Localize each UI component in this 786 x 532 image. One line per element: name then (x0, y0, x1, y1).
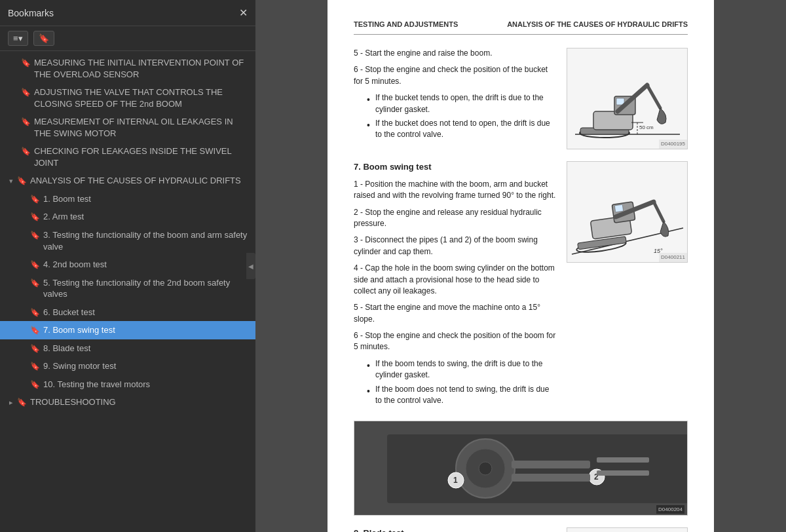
blade-text: 8. Blade test 1 - Position the machine w… (354, 527, 557, 532)
bookmark-label: MEASURING THE INITIAL INTERVENTION POINT… (34, 57, 249, 80)
bullet-icon: • (367, 359, 370, 372)
boom-swing-step-1: 1 - Position the machine with the boom, … (354, 179, 557, 202)
boom-swing-step-6: 6 - Stop the engine and check the positi… (354, 330, 557, 353)
bookmark-icon: 🔖 (30, 307, 39, 318)
pre-section-text: 5 - Start the engine and raise the boom.… (354, 48, 557, 143)
bookmark-item-item-6[interactable]: ▸🔖TROUBLESHOOTING (0, 393, 255, 411)
excavator-diagram-3: 27 cm (569, 527, 686, 532)
bookmark-label: TROUBLESHOOTING (30, 396, 249, 408)
main-content: TESTING AND ADJUSTMENTS ANALYSIS OF THE … (255, 0, 786, 532)
boom-swing-step-5: 5 - Start the engine and move the machin… (354, 302, 557, 325)
bookmark-label: 8. Blade test (43, 343, 249, 354)
bookmark-icon: 🔖 (21, 146, 30, 157)
svg-rect-31 (597, 457, 649, 463)
bookmark-icon: 🔖 (21, 58, 30, 68)
bookmark-item-item-5-2[interactable]: 🔖2. Arm test (0, 208, 255, 226)
hydraulic-image-section: 1 2 D0400204 (354, 421, 688, 516)
bookmark-label: 1. Boom test (43, 193, 249, 205)
sidebar-header: Bookmarks ✕ (0, 0, 255, 26)
boom-swing-bullet-2: • If the boom does not tend to swing, th… (367, 384, 557, 407)
bookmark-icon: 🔖 (30, 259, 39, 270)
bookmark-item-item-5-9[interactable]: 🔖9. Swing motor test (0, 357, 255, 375)
expand-icon: ▾ (9, 176, 13, 186)
svg-text:1: 1 (453, 476, 458, 485)
bullet-icon: • (367, 93, 370, 106)
bookmarks-list: 🔖MEASURING THE INITIAL INTERVENTION POIN… (0, 51, 255, 532)
bookmark-icon: 🔖 (30, 379, 39, 390)
bookmark-button[interactable]: 🔖 (33, 31, 54, 46)
bullet-icon: • (367, 385, 370, 398)
image-caption-2: D0400211 (659, 253, 687, 262)
page-document: TESTING AND ADJUSTMENTS ANALYSIS OF THE … (328, 0, 714, 532)
bookmark-label: 7. Boom swing test (43, 324, 249, 336)
excavator-diagram-1: 50 cm (569, 49, 686, 147)
hydraulic-diagram: 1 2 D0400204 (354, 421, 688, 516)
bookmark-item-item-5[interactable]: ▾🔖ANALYSIS OF THE CAUSES OF HYDRAULIC DR… (0, 172, 255, 190)
svg-rect-21 (387, 434, 688, 503)
header-right: ANALYSIS OF THE CAUSES OF HYDRAULIC DRIF… (507, 20, 688, 30)
bookmark-item-item-5-3[interactable]: 🔖3. Testing the functionality of the boo… (0, 226, 255, 256)
bookmark-icon: 🔖 (17, 176, 26, 186)
pre-bullet-2: • If the bucket does not tend to open, t… (367, 118, 557, 141)
blade-section: 8. Blade test 1 - Position the machine w… (354, 527, 688, 532)
header-left: TESTING AND ADJUSTMENTS (354, 20, 458, 30)
bookmark-item-item-1[interactable]: 🔖MEASURING THE INITIAL INTERVENTION POIN… (0, 54, 255, 83)
bookmark-icon: 🔖 (30, 361, 39, 371)
boom-swing-step-4: 4 - Cap the hole in the boom swing cylin… (354, 263, 557, 297)
pre-bullet-1: • If the bucket tends to open, the drift… (367, 92, 557, 115)
image-caption-3: D0400204 (656, 505, 684, 514)
bookmark-label: ANALYSIS OF THE CAUSES OF HYDRAULIC DRIF… (30, 175, 249, 187)
bookmark-label: 5. Testing the functionality of the 2nd … (43, 277, 249, 300)
bookmark-icon: 🔖 (30, 212, 39, 222)
svg-rect-16 (614, 205, 623, 213)
bookmark-icon: 🔖 (21, 87, 30, 98)
pre-step-6: 6 - Stop the engine and check the positi… (354, 64, 557, 87)
bookmark-icon: 🔖 (30, 278, 39, 288)
boom-swing-section: 7. Boom swing test 1 - Position the mach… (354, 161, 688, 409)
boom-swing-step-3: 3 - Disconnect the pipes (1 and 2) of th… (354, 235, 557, 257)
bookmark-label: ADJUSTING THE VALVE THAT CONTROLS THE CL… (34, 86, 249, 109)
bookmark-item-item-3[interactable]: 🔖MEASUREMENT OF INTERNAL OIL LEAKAGES IN… (0, 113, 255, 142)
pre-section: 5 - Start the engine and raise the boom.… (354, 48, 688, 149)
excavator-image-2: 15° D0400211 (567, 161, 688, 263)
bookmark-item-item-4[interactable]: 🔖CHECKING FOR LEAKAGES INSIDE THE SWIVEL… (0, 142, 255, 172)
image-caption-1: D0400195 (659, 140, 687, 149)
bookmark-item-item-5-7[interactable]: 🔖7. Boom swing test (0, 321, 255, 339)
bookmark-label: CHECKING FOR LEAKAGES INSIDE THE SWIVEL … (34, 145, 249, 168)
svg-point-24 (479, 462, 492, 475)
bookmark-icon: 🔖 (30, 343, 39, 354)
svg-rect-29 (512, 461, 590, 468)
bookmark-item-item-5-1[interactable]: 🔖1. Boom test (0, 190, 255, 208)
bullet-icon: • (367, 119, 370, 132)
bookmark-item-item-5-6[interactable]: 🔖6. Bucket test (0, 303, 255, 322)
page-header: TESTING AND ADJUSTMENTS ANALYSIS OF THE … (354, 20, 688, 35)
svg-text:50 cm: 50 cm (639, 124, 654, 130)
excavator-image-1: 50 cm D0400195 (567, 48, 688, 149)
bookmark-icon: 🔖 (21, 117, 30, 127)
svg-rect-32 (597, 470, 649, 476)
bookmark-label: 9. Swing motor test (43, 360, 249, 372)
bookmark-label: 6. Bucket test (43, 307, 249, 318)
bookmark-item-item-5-5[interactable]: 🔖5. Testing the functionality of the 2nd… (0, 274, 255, 303)
bookmark-item-item-5-10[interactable]: 🔖10. Testing the travel motors (0, 375, 255, 394)
sidebar-title: Bookmarks (8, 8, 54, 18)
boom-swing-bullet-1: • If the boom tends to swing, the drift … (367, 358, 557, 381)
excavator-image-3: 27 cm D0400206 (567, 527, 688, 532)
bookmark-item-item-5-8[interactable]: 🔖8. Blade test (0, 339, 255, 358)
bookmark-icon: 🔖 (30, 194, 39, 204)
bookmark-item-item-2[interactable]: 🔖ADJUSTING THE VALVE THAT CONTROLS THE C… (0, 83, 255, 113)
sidebar: Bookmarks ✕ ≡▾ 🔖 🔖MEASURING THE INITIAL … (0, 0, 255, 532)
svg-line-7 (647, 85, 660, 108)
pre-step-5: 5 - Start the engine and raise the boom. (354, 48, 557, 59)
view-options-button[interactable]: ≡▾ (8, 31, 28, 46)
blade-title: 8. Blade test (354, 527, 557, 532)
svg-line-18 (654, 202, 664, 221)
collapse-handle[interactable]: ◀ (246, 253, 255, 279)
bookmark-icon: 🔖 (17, 397, 26, 408)
bookmark-item-item-5-4[interactable]: 🔖4. 2nd boom test (0, 256, 255, 274)
bookmark-label: MEASUREMENT OF INTERNAL OIL LEAKAGES IN … (34, 116, 249, 139)
bookmark-icon: 🔖 (30, 230, 39, 240)
boom-swing-text: 7. Boom swing test 1 - Position the mach… (354, 161, 557, 409)
sidebar-close-button[interactable]: ✕ (239, 7, 248, 19)
bookmark-icon: 🔖 (30, 325, 39, 335)
